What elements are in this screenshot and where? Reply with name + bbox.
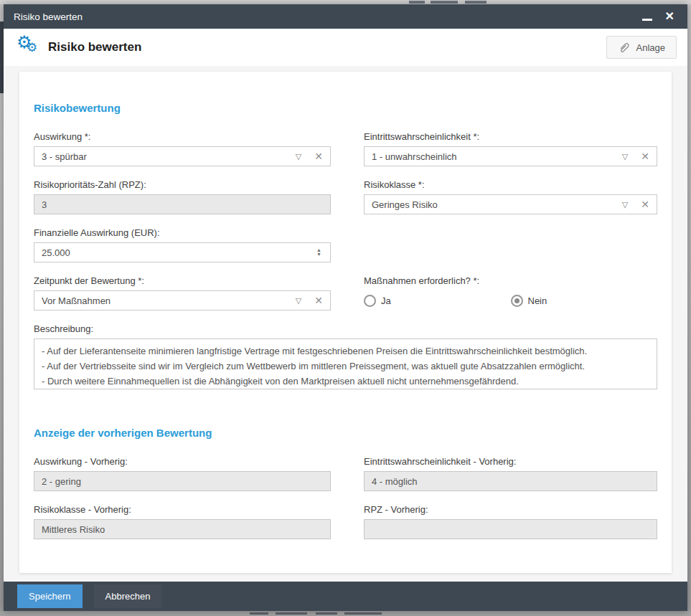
risikoklasse-value: Geringes Risiko: [372, 199, 622, 210]
paperclip-icon: [618, 42, 631, 53]
beschreibung-label: Beschreibung:: [34, 323, 657, 334]
radio-label-nein: Nein: [528, 295, 547, 306]
form-card: Risikobewertung Auswirkung *: 3 - spürba…: [19, 72, 672, 573]
rpz-prev-field: [364, 519, 657, 539]
rpz-readonly-field: 3: [34, 194, 331, 214]
save-button[interactable]: Speichern: [17, 584, 83, 608]
chevron-down-icon[interactable]: ▽: [296, 153, 301, 161]
dialog-titlebar-text: Risiko bewerten: [14, 11, 642, 22]
spin-down-icon[interactable]: ▼: [316, 252, 321, 257]
eintritt-prev-value: 4 - möglich: [372, 476, 418, 487]
clear-icon[interactable]: ✕: [314, 151, 323, 161]
auswirkung-label: Auswirkung *:: [34, 131, 331, 142]
zeitpunkt-select[interactable]: Vor Maßnahmen ▽ ✕: [34, 290, 331, 311]
dialog-titlebar[interactable]: Risiko bewerten ✕: [4, 4, 687, 29]
eintritt-label: Eintrittswahrscheinlichkeit *:: [364, 131, 657, 142]
finanziell-value: 25.000: [42, 247, 316, 258]
field-massnahmen-erforderlich: Maßnahmen erforderlich? *: Ja Nein: [364, 275, 657, 311]
eintritt-prev-label: Eintrittswahrscheinlichkeit - Vorherig:: [364, 456, 657, 467]
background-page-bottom: [0, 611, 691, 616]
field-auswirkung-vorherig: Auswirkung - Vorherig: 2 - gering: [34, 456, 331, 491]
risikoklasse-select[interactable]: Geringes Risiko ▽ ✕: [364, 194, 657, 214]
radio-option-ja[interactable]: Ja: [364, 295, 511, 307]
minimize-icon[interactable]: [642, 19, 652, 21]
chevron-down-icon[interactable]: ▽: [622, 153, 628, 161]
radio-icon[interactable]: [364, 295, 376, 307]
rpz-value: 3: [42, 199, 47, 210]
field-auswirkung: Auswirkung *: 3 - spürbar ▽ ✕: [34, 131, 331, 166]
field-spacer: [364, 227, 657, 262]
clear-icon[interactable]: ✕: [641, 151, 649, 161]
beschreibung-textarea[interactable]: - Auf der Lieferantenseite minimieren la…: [34, 338, 657, 389]
eintritt-select[interactable]: 1 - unwahrscheinlich ▽ ✕: [364, 146, 657, 166]
zeitpunkt-value: Vor Maßnahmen: [42, 295, 296, 306]
attachment-button[interactable]: Anlage: [606, 36, 677, 59]
dialog-header: ⚙ ⚙ Risiko bewerten Anlage: [4, 29, 687, 66]
gears-icon: ⚙ ⚙: [17, 35, 44, 60]
radio-icon[interactable]: [511, 295, 523, 307]
page-title: Risiko bewerten: [48, 40, 606, 55]
auswirkung-prev-field: 2 - gering: [34, 471, 331, 491]
window-controls: ✕: [642, 11, 677, 22]
field-beschreibung: Beschreibung: - Auf der Lieferantenseite…: [34, 323, 657, 392]
field-risikoklasse: Risikoklasse *: Geringes Risiko ▽ ✕: [364, 179, 657, 214]
auswirkung-prev-label: Auswirkung - Vorherig:: [34, 456, 331, 467]
field-eintrittswahrscheinlichkeit: Eintrittswahrscheinlichkeit *: 1 - unwah…: [364, 131, 657, 166]
risikoklasse-prev-field: Mittleres Risiko: [34, 519, 331, 539]
rpz-label: Risikoprioritäts-Zahl (RPZ):: [34, 179, 331, 190]
chevron-down-icon[interactable]: ▽: [296, 297, 301, 305]
eintritt-value: 1 - unwahrscheinlich: [372, 151, 622, 162]
number-spinner[interactable]: ▲ ▼: [316, 248, 321, 257]
risikoklasse-prev-label: Risikoklasse - Vorherig:: [34, 504, 331, 515]
finanzielle-auswirkung-input[interactable]: 25.000 ▲ ▼: [34, 242, 331, 262]
risk-assessment-dialog: Risiko bewerten ✕ ⚙ ⚙ Risiko bewerten An…: [4, 4, 687, 611]
zeitpunkt-label: Zeitpunkt der Bewertung *:: [34, 275, 331, 286]
chevron-down-icon[interactable]: ▽: [622, 201, 628, 209]
risikoklasse-label: Risikoklasse *:: [364, 179, 657, 190]
section-heading-risikobewertung: Risikobewertung: [34, 102, 657, 114]
cancel-button[interactable]: Abbrechen: [94, 584, 162, 608]
field-risikoklasse-vorherig: Risikoklasse - Vorherig: Mittleres Risik…: [34, 504, 331, 539]
risikoklasse-prev-value: Mittleres Risiko: [42, 524, 105, 535]
attachment-button-label: Anlage: [636, 42, 665, 53]
field-finanzielle-auswirkung: Finanzielle Auswirkung (EUR): 25.000 ▲ ▼: [34, 227, 331, 262]
section-heading-vorherige-bewertung: Anzeige der vorherigen Bewertung: [34, 427, 657, 439]
clear-icon[interactable]: ✕: [641, 199, 649, 209]
auswirkung-value: 3 - spürbar: [42, 151, 296, 162]
field-rpz-vorherig: RPZ - Vorherig:: [364, 504, 657, 539]
field-eintritt-vorherig: Eintrittswahrscheinlichkeit - Vorherig: …: [364, 456, 657, 491]
dialog-body: Risikobewertung Auswirkung *: 3 - spürba…: [4, 66, 687, 582]
field-zeitpunkt: Zeitpunkt der Bewertung *: Vor Maßnahmen…: [34, 275, 331, 311]
rpz-prev-label: RPZ - Vorherig:: [364, 504, 657, 515]
auswirkung-select[interactable]: 3 - spürbar ▽ ✕: [34, 146, 331, 166]
finanziell-label: Finanzielle Auswirkung (EUR):: [34, 227, 331, 238]
clear-icon[interactable]: ✕: [314, 295, 323, 305]
radio-label-ja: Ja: [381, 295, 391, 306]
auswirkung-prev-value: 2 - gering: [42, 476, 81, 487]
massnahmen-radio-group: Ja Nein: [364, 290, 657, 311]
evaluation-grid: Auswirkung *: 3 - spürbar ▽ ✕ Eintrittsw…: [34, 131, 657, 405]
dialog-footer: Speichern Abbrechen: [4, 582, 687, 611]
previous-grid: Auswirkung - Vorherig: 2 - gering Eintri…: [34, 456, 657, 552]
radio-option-nein[interactable]: Nein: [511, 295, 658, 307]
massnahmen-label: Maßnahmen erforderlich? *:: [364, 275, 657, 286]
close-icon[interactable]: ✕: [665, 11, 674, 22]
field-rpz: Risikoprioritäts-Zahl (RPZ): 3: [34, 179, 331, 214]
eintritt-prev-field: 4 - möglich: [364, 471, 657, 491]
